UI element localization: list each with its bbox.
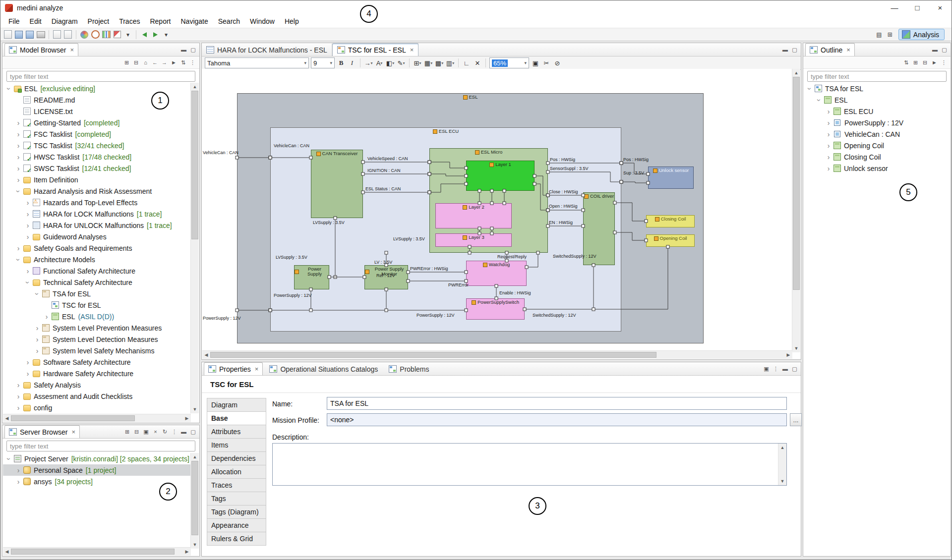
menu-navigate[interactable]: Navigate <box>176 15 213 28</box>
minimize-icon[interactable]: ▬ <box>930 45 940 55</box>
new-wizard-icon[interactable] <box>3 30 13 40</box>
flag-tool-icon[interactable] <box>112 30 122 40</box>
menu-traces[interactable]: Traces <box>114 15 145 28</box>
tree-item-hwsc-tasklist[interactable]: ›HWSC Tasklist[17/48 checked] <box>3 151 191 163</box>
save-icon[interactable]: ▣ <box>141 427 151 437</box>
pin-view-icon[interactable]: ▣ <box>762 364 771 374</box>
tree-item-hara-for-lock-malfunctions[interactable]: ›HARA for LOCK Malfunctions[1 trace] <box>3 208 191 220</box>
tree-item-assesment-and-audit-checklists[interactable]: ›Assesment and Audit Checklists <box>3 391 191 402</box>
align-icon[interactable]: ⊞▾ <box>413 58 422 68</box>
menu-help[interactable]: Help <box>280 15 304 28</box>
diagram-canvas[interactable]: ESLESL ECUCAN TransceiverESL MicroLayer … <box>202 69 793 352</box>
tree-item-tsa-for-esl[interactable]: ›TSA for ESL <box>804 83 950 94</box>
chart-tool-icon[interactable] <box>101 30 111 40</box>
menu-diagram[interactable]: Diagram <box>47 15 83 28</box>
delete-icon[interactable]: × <box>151 427 160 437</box>
view-menu-icon[interactable]: ⋮ <box>170 427 179 437</box>
expand-arrow-icon[interactable]: › <box>14 478 22 485</box>
properties-tab-dependencies[interactable]: Dependencies <box>207 452 266 465</box>
server-browser-hscrollbar[interactable]: ◀▶ <box>3 547 191 556</box>
close-icon[interactable]: × <box>255 365 259 373</box>
expand-arrow-icon[interactable]: › <box>24 359 32 366</box>
expand-arrow-icon[interactable]: › <box>33 347 41 354</box>
tree-item-vehiclecan-can[interactable]: ›VehicleCan : CAN <box>804 128 950 140</box>
tree-item-safety-goals-and-requirements[interactable]: ›Safety Goals and Requirements <box>3 242 191 254</box>
expand-arrow-icon[interactable]: › <box>43 313 51 320</box>
expand-arrow-icon[interactable]: › <box>14 245 22 252</box>
tree-item-esl[interactable]: ›ESL(ASIL D(D)) <box>3 311 191 322</box>
tree-item-getting-started[interactable]: ›Getting-Started[completed] <box>3 117 191 128</box>
tree-item-hazard-analysis-and-risk-assessment[interactable]: ›Hazard Analysis and Risk Assessment <box>3 185 191 197</box>
italic-icon[interactable]: I <box>347 58 357 68</box>
collapse-arrow-icon[interactable]: › <box>15 256 22 264</box>
new-element-icon[interactable]: ⊞ <box>122 58 131 67</box>
tree-item-system-level-detection-measures[interactable]: ›System Level Detection Measures <box>3 334 191 345</box>
customize-perspective-icon[interactable]: ▤ <box>874 30 884 40</box>
compartments-icon[interactable]: ▥▾ <box>445 58 455 68</box>
properties-tab-items[interactable]: Items <box>207 439 266 452</box>
expand-arrow-icon[interactable]: › <box>24 268 32 275</box>
tree-item-opening-coil[interactable]: ›Opening Coil <box>804 140 950 151</box>
bold-icon[interactable]: B <box>336 58 346 68</box>
expand-arrow-icon[interactable]: › <box>24 222 32 229</box>
tree-item-fsc-tasklist[interactable]: ›FSC Tasklist[completed] <box>3 128 191 140</box>
menu-report[interactable]: Report <box>145 15 176 28</box>
link-with-editor-icon[interactable]: ► <box>169 58 178 67</box>
maximize-icon[interactable]: ▢ <box>790 364 799 374</box>
close-icon[interactable]: × <box>70 46 74 54</box>
perspective-analysis-button[interactable]: Analysis <box>898 29 945 40</box>
back-icon[interactable]: ← <box>150 58 160 67</box>
collapse-arrow-icon[interactable]: › <box>24 279 31 286</box>
expand-arrow-icon[interactable]: › <box>14 176 22 183</box>
diagram-node-power-supply-switch[interactable]: PowerSupplySwitch <box>466 298 525 320</box>
minimize-icon[interactable]: ▬ <box>780 45 790 55</box>
minimize-icon[interactable]: ▬ <box>179 427 188 437</box>
properties-tab-base[interactable]: Base <box>207 412 266 425</box>
server-browser-filter-input[interactable] <box>6 441 195 451</box>
expand-arrow-icon[interactable]: › <box>14 165 22 172</box>
forward-icon[interactable]: → <box>160 58 169 67</box>
collapse-arrow-icon[interactable]: › <box>806 85 813 93</box>
refresh-icon[interactable]: ↻ <box>160 427 170 437</box>
tree-item-unlock-sensor[interactable]: ›Unlock sensor <box>804 163 950 174</box>
name-field[interactable] <box>327 397 787 410</box>
expand-arrow-icon[interactable]: › <box>14 142 22 149</box>
home-icon[interactable]: ⌂ <box>141 58 150 67</box>
diagram-node-can-transceiver[interactable]: CAN Transceiver <box>311 150 363 218</box>
view-menu-icon[interactable]: ⋮ <box>771 364 780 374</box>
save-all-icon[interactable] <box>25 30 35 40</box>
tree-item-functional-safety-architecture[interactable]: ›Functional Safety Architecture <box>3 265 191 277</box>
outline-filter-input[interactable] <box>807 71 947 82</box>
editor-tab-tsc-for-esl-esl[interactable]: TSC for ESL - ESL× <box>332 43 419 56</box>
properties-tab-attributes[interactable]: Attributes <box>207 425 266 439</box>
close-icon[interactable]: × <box>410 46 414 54</box>
font-size-combo[interactable]: 9 ▾ <box>311 57 335 68</box>
expand-arrow-icon[interactable]: › <box>825 119 833 126</box>
server-browser-tab[interactable]: Server Browser × <box>4 425 80 438</box>
collapse-arrow-icon[interactable]: › <box>34 290 41 298</box>
tree-item-swsc-tasklist[interactable]: ›SWSC Tasklist[12/41 checked] <box>3 163 191 174</box>
tree-item-esl-ecu[interactable]: ›ESL ECU <box>804 106 950 117</box>
expand-arrow-icon[interactable]: › <box>14 154 22 161</box>
tree-item-project-server[interactable]: ›Project Server[kristin.conradi] [2 spac… <box>3 453 191 464</box>
transfer-dropdown-icon[interactable]: ▾ <box>161 30 171 40</box>
zoom-combo[interactable]: 65% ▾ <box>489 57 529 68</box>
close-icon[interactable]: × <box>71 428 75 436</box>
expand-arrow-icon[interactable]: › <box>24 370 32 377</box>
menu-search[interactable]: Search <box>213 15 245 28</box>
link-with-editor-icon[interactable]: ► <box>930 58 939 67</box>
expand-arrow-icon[interactable]: › <box>825 154 833 161</box>
route-oblique-icon[interactable]: ✕ <box>473 58 482 68</box>
expand-arrow-icon[interactable]: › <box>33 336 41 343</box>
tree-item-software-safety-architecture[interactable]: ›Software Safety Architecture <box>3 356 191 368</box>
layers-icon[interactable]: ▦▾ <box>423 58 433 68</box>
expand-arrow-icon[interactable]: › <box>24 233 32 240</box>
save-icon[interactable] <box>14 30 24 40</box>
font-family-combo[interactable]: Tahoma ▾ <box>205 57 309 68</box>
properties-tab-tags-diagram[interactable]: Tags (Diagram) <box>207 505 266 519</box>
minimize-icon[interactable]: ▬ <box>179 45 188 55</box>
model-browser-tab[interactable]: Model Browser × <box>4 43 78 56</box>
tree-item-safety-analysis[interactable]: ›Safety Analysis <box>3 379 191 391</box>
tree-item-guideword-analyses[interactable]: ›Guideword Analyses <box>3 231 191 242</box>
tree-item-system-level-prevention-measures[interactable]: ›System Level Prevention Measures <box>3 322 191 334</box>
